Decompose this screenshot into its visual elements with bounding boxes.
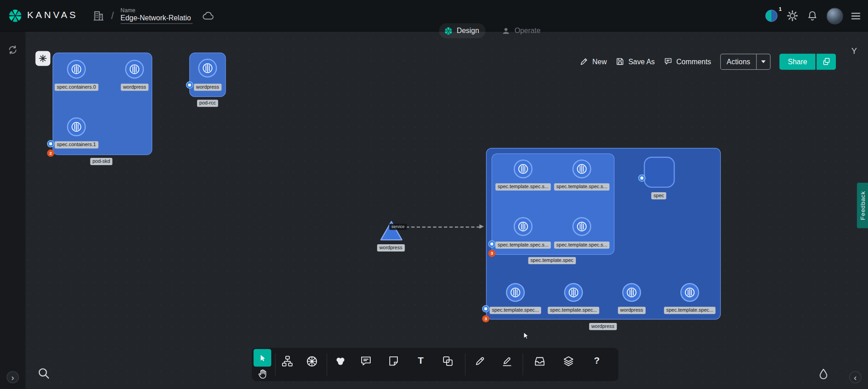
kind-badge-icon[interactable]	[482, 305, 490, 313]
comment-icon	[360, 355, 372, 367]
zoom-icon[interactable]	[37, 366, 51, 380]
node-label: spec.template.spec...	[548, 307, 599, 314]
node-label: spec.template.spec...	[664, 307, 716, 314]
node-label: wordpress	[121, 84, 148, 91]
node-label: spec.template.spec.s...	[495, 242, 551, 249]
count-badge[interactable]: 2	[47, 150, 54, 157]
node-label: spec.containers.0	[55, 84, 98, 91]
user-avatar[interactable]	[826, 8, 843, 24]
copy-link-button[interactable]	[816, 53, 836, 70]
pan-tool-button[interactable]	[254, 365, 271, 383]
design-name-input[interactable]	[121, 14, 193, 24]
notifications-bell-icon[interactable]	[807, 10, 818, 22]
node-template-spec-c[interactable]	[514, 217, 533, 236]
edge-arrowhead-icon	[479, 224, 484, 229]
sticker-tool-button[interactable]	[385, 352, 402, 370]
cursor-arrow-icon	[258, 353, 267, 363]
toolbar-divider	[523, 353, 523, 375]
comments-button[interactable]: Comments	[664, 57, 711, 66]
node-spec-containers-0[interactable]	[67, 60, 86, 79]
comments-label: Comments	[676, 57, 711, 66]
tab-operate[interactable]: Operate	[497, 23, 547, 38]
toolbar-divider	[275, 353, 276, 375]
new-button[interactable]: New	[580, 57, 607, 66]
app-root: KANVAS / Name	[0, 0, 868, 389]
hamburger-menu-icon[interactable]	[851, 13, 860, 19]
edge-service-to-deployment[interactable]	[406, 227, 480, 228]
text-tool-icon: T	[418, 356, 424, 366]
node-template-spec-f[interactable]	[564, 283, 583, 302]
whiteboard-tool-button[interactable]	[331, 352, 349, 370]
app-header: KANVAS / Name	[0, 0, 868, 32]
shapes-icon	[442, 355, 454, 367]
help-button[interactable]: ?	[588, 352, 605, 370]
node-label: spec.template.spec.s...	[554, 183, 610, 190]
expand-right-panel-button[interactable]: ‹	[849, 371, 861, 383]
kind-badge-icon[interactable]	[638, 175, 646, 182]
node-service-triangle[interactable]	[379, 220, 404, 242]
node-template-spec-a[interactable]	[514, 160, 533, 179]
node-spec-containers-1[interactable]	[67, 118, 86, 137]
node-template-spec-d[interactable]	[572, 217, 591, 236]
save-as-label: Save As	[628, 57, 655, 66]
node-wordpress-container[interactable]	[125, 60, 144, 79]
node-label: spec	[651, 192, 666, 199]
tab-design[interactable]: Design	[439, 23, 486, 38]
share-split-button: Share	[779, 53, 836, 70]
kind-badge-icon[interactable]	[47, 140, 54, 147]
shapes-tool-button[interactable]	[439, 352, 457, 370]
kind-badge-icon[interactable]	[488, 240, 495, 247]
node-wordpress-rcc[interactable]	[198, 59, 217, 78]
node-label: spec.containers.1	[55, 141, 98, 148]
count-badge[interactable]: 3	[482, 315, 490, 323]
node-template-spec-g[interactable]	[680, 283, 699, 302]
pencil-line-icon	[501, 355, 513, 367]
node-label: wordpress	[377, 244, 405, 251]
actions-dropdown-button[interactable]	[757, 54, 770, 69]
toolbar-divider	[326, 353, 327, 375]
pen-tool-button[interactable]	[471, 352, 489, 370]
text-tool-button[interactable]: T	[412, 352, 429, 370]
node-label: spec.template.spec...	[490, 307, 541, 314]
y-icon[interactable]: Y	[851, 46, 857, 56]
organization-icon[interactable]	[92, 9, 104, 22]
toolbar-divider	[465, 353, 466, 375]
expand-left-panel-button[interactable]: ›	[7, 371, 19, 383]
flower-icon	[38, 54, 47, 63]
ink-drop-icon[interactable]	[816, 367, 830, 381]
flower-widget-button[interactable]	[35, 51, 50, 66]
group-label: spec.template.spec	[528, 257, 576, 264]
help-icon: ?	[594, 356, 600, 366]
kubernetes-tool-button[interactable]	[303, 352, 321, 370]
select-tool-button[interactable]	[254, 349, 271, 366]
kubernetes-wheel-icon	[305, 355, 318, 367]
node-template-spec-b[interactable]	[572, 160, 591, 179]
layers-tool-button[interactable]	[560, 352, 577, 370]
kanvas-logo[interactable]: KANVAS	[8, 8, 78, 23]
drawer-tool-button[interactable]	[531, 352, 548, 370]
group-spec-template-spec[interactable]	[491, 153, 614, 255]
feedback-tab[interactable]: Feedback	[857, 183, 868, 228]
extensions-button[interactable]: 1	[764, 9, 778, 23]
node-wordpress-bottom[interactable]	[622, 283, 641, 302]
tab-design-label: Design	[457, 27, 479, 35]
node-spec-square[interactable]	[644, 157, 675, 188]
flowchart-tool-button[interactable]	[278, 352, 296, 370]
service-kind-chip: service	[389, 224, 407, 230]
copy-link-icon	[822, 57, 831, 66]
cloud-save-icon[interactable]	[201, 9, 214, 22]
pencil-tool-button[interactable]	[498, 352, 516, 370]
count-badge[interactable]: 3	[488, 250, 495, 257]
settings-gear-icon[interactable]	[787, 10, 798, 22]
design-name-label: Name	[121, 7, 193, 13]
node-template-spec-e[interactable]	[506, 283, 525, 302]
comment-tool-button[interactable]	[357, 352, 375, 370]
kind-badge-icon[interactable]	[186, 81, 193, 89]
sync-status-icon[interactable]	[7, 44, 18, 55]
sticker-icon	[387, 355, 400, 367]
brand-name: KANVAS	[27, 10, 78, 21]
share-button[interactable]: Share	[779, 53, 815, 70]
group-label: pod-rcc	[197, 100, 218, 107]
save-as-button[interactable]: Save As	[616, 57, 655, 66]
actions-button[interactable]: Actions	[721, 57, 756, 66]
